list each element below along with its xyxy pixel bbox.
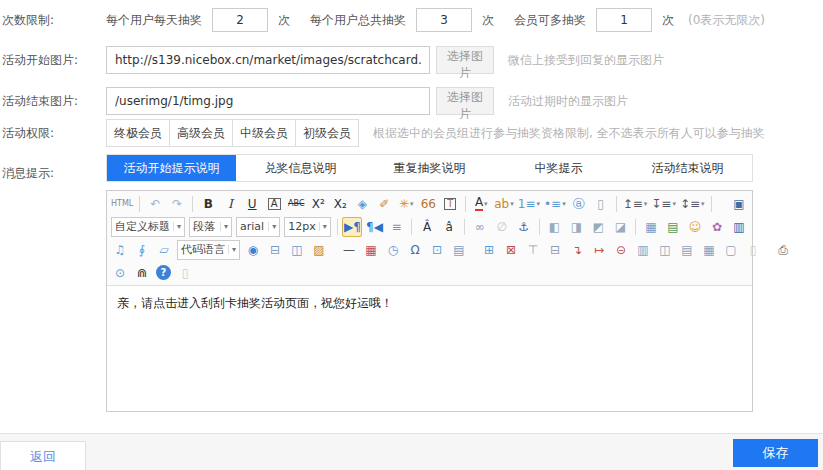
ordered-list-icon[interactable]: 1≡▾ bbox=[517, 194, 541, 214]
toolbar-separator bbox=[337, 219, 338, 235]
strikethrough-icon[interactable]: ABC bbox=[286, 194, 306, 214]
special-char-icon[interactable]: Ω bbox=[405, 240, 425, 260]
blockquote-icon[interactable]: 66 bbox=[418, 194, 438, 214]
editor-content[interactable]: 亲，请点击进入刮刮卡抽奖活动页面，祝您好运哦！ bbox=[107, 286, 752, 411]
eraser-icon[interactable]: ◈ bbox=[352, 194, 372, 214]
paragraph-spacing-bottom-icon[interactable]: ↧≡▾ bbox=[650, 194, 677, 214]
message-tab-1[interactable]: 活动开始提示说明 bbox=[107, 155, 236, 181]
image-right-icon[interactable]: ◪ bbox=[610, 217, 630, 237]
table-header-icon[interactable]: ⊤ bbox=[523, 240, 543, 260]
bold-icon[interactable]: B bbox=[198, 194, 218, 214]
image-left-icon[interactable]: ◨ bbox=[566, 217, 586, 237]
html-source-icon[interactable]: HTML bbox=[110, 194, 134, 214]
cell-props-icon[interactable]: ⊟ bbox=[545, 240, 565, 260]
code-language-select[interactable]: 代码语言▾ bbox=[177, 240, 240, 260]
scrawl-icon[interactable]: ✿ bbox=[707, 217, 727, 237]
message-tab-2[interactable]: 兑奖信息说明 bbox=[236, 155, 365, 181]
merge-right-icon[interactable]: ▤ bbox=[677, 240, 697, 260]
attachment-icon[interactable]: ∮ bbox=[132, 240, 152, 260]
heading-select[interactable]: 自定义标题▾ bbox=[111, 217, 185, 237]
member-option-1[interactable]: 终极会员 bbox=[106, 119, 170, 147]
time-icon[interactable]: ◷ bbox=[383, 240, 403, 260]
member-option-2[interactable]: 高级会员 bbox=[169, 119, 233, 147]
member-extra-input[interactable] bbox=[596, 8, 652, 32]
blank-doc-icon[interactable]: ▯ bbox=[591, 194, 611, 214]
save-button[interactable]: 保存 bbox=[733, 439, 818, 467]
merge-cells-icon[interactable]: ▥ bbox=[633, 240, 653, 260]
rtl-paragraph-icon[interactable]: ¶◀ bbox=[364, 217, 384, 237]
note-icon[interactable]: ▤ bbox=[449, 240, 469, 260]
end-image-pick-button[interactable]: 选择图片 bbox=[436, 87, 494, 115]
video-icon[interactable]: ▥ bbox=[729, 217, 749, 237]
autotypeset-icon[interactable]: ✳▾ bbox=[396, 194, 416, 214]
ltr-paragraph-icon[interactable]: ▶¶ bbox=[342, 217, 362, 237]
image-default-icon[interactable]: ◧ bbox=[544, 217, 564, 237]
line-height-icon[interactable]: ↕≡▾ bbox=[679, 194, 706, 214]
insert-row-icon[interactable]: ↴ bbox=[567, 240, 587, 260]
subscript-icon[interactable]: X₂ bbox=[330, 194, 350, 214]
insert-image-icon[interactable]: ▦ bbox=[641, 217, 661, 237]
date-icon[interactable]: ▦ bbox=[361, 240, 381, 260]
member-option-3[interactable]: 中级会员 bbox=[232, 119, 296, 147]
fullscreen-icon[interactable]: ▣ bbox=[729, 194, 749, 214]
member-option-4[interactable]: 初级会员 bbox=[295, 119, 359, 147]
underline-icon[interactable]: U bbox=[242, 194, 262, 214]
uppercase-icon[interactable]: Â bbox=[417, 217, 437, 237]
comment-icon[interactable]: ⊡ bbox=[427, 240, 447, 260]
pagebreak-icon[interactable]: ⊟ bbox=[265, 240, 285, 260]
superscript-icon[interactable]: X² bbox=[308, 194, 328, 214]
delete-row-icon[interactable]: ⊝ bbox=[611, 240, 631, 260]
redo-icon[interactable]: ↷ bbox=[167, 194, 187, 214]
per-day-input[interactable] bbox=[212, 8, 268, 32]
start-image-input[interactable] bbox=[106, 46, 430, 74]
anchor-icon[interactable]: ⓐ bbox=[569, 194, 589, 214]
font-color-icon[interactable]: A▾ bbox=[471, 194, 491, 214]
font-size-select[interactable]: 12px▾ bbox=[284, 217, 331, 237]
font-family-select[interactable]: arial▾ bbox=[236, 217, 280, 237]
image-center-icon[interactable]: ◩ bbox=[588, 217, 608, 237]
print-icon[interactable]: ⎙ bbox=[773, 240, 793, 260]
help-icon[interactable]: ? bbox=[156, 265, 171, 280]
baidu-app-icon[interactable]: ◉ bbox=[243, 240, 263, 260]
emoticon-icon[interactable]: ☺ bbox=[685, 217, 705, 237]
insert-file-icon[interactable]: ▱ bbox=[154, 240, 174, 260]
highlight-color-icon[interactable]: ab▾ bbox=[493, 194, 515, 214]
lowercase-icon[interactable]: â bbox=[439, 217, 459, 237]
iframe-icon[interactable]: ◫ bbox=[287, 240, 307, 260]
total-input[interactable] bbox=[416, 8, 472, 32]
snapshot-icon[interactable]: ▨ bbox=[309, 240, 329, 260]
message-tab-5[interactable]: 活动结束说明 bbox=[623, 155, 752, 181]
message-tab-3[interactable]: 重复抽奖说明 bbox=[365, 155, 494, 181]
toolbar-separator bbox=[464, 219, 465, 235]
italic-icon[interactable]: I bbox=[220, 194, 240, 214]
link-icon[interactable]: ∞ bbox=[470, 217, 490, 237]
split-cells-icon[interactable]: ◫ bbox=[655, 240, 675, 260]
insert-col-icon[interactable]: ↦ bbox=[589, 240, 609, 260]
font-border-icon[interactable]: A bbox=[264, 194, 284, 214]
upload-image-icon[interactable]: ▤ bbox=[663, 217, 683, 237]
search-icon[interactable]: ⊙ bbox=[110, 263, 130, 283]
merge-down-icon[interactable]: ▦ bbox=[699, 240, 719, 260]
back-button[interactable]: 返回 bbox=[0, 441, 86, 470]
message-row: 消息提示: 活动开始提示说明兑奖信息说明重复抽奖说明中奖提示活动结束说明 bbox=[0, 154, 823, 182]
unlink-icon[interactable]: ∅ bbox=[492, 217, 512, 237]
delete-table-icon[interactable]: ⊠ bbox=[501, 240, 521, 260]
format-brush-icon[interactable]: ✐ bbox=[374, 194, 394, 214]
message-tab-4[interactable]: 中奖提示 bbox=[494, 155, 623, 181]
paste-icon[interactable]: ▯ bbox=[175, 263, 195, 283]
unordered-list-icon[interactable]: •≡▾ bbox=[543, 194, 567, 214]
insert-table-icon[interactable]: ⊞ bbox=[479, 240, 499, 260]
paragraph-format-icon[interactable]: ≡ bbox=[386, 217, 406, 237]
anchor-ship-icon[interactable]: ⚓ bbox=[514, 217, 534, 237]
undo-icon[interactable]: ↶ bbox=[145, 194, 165, 214]
table-style-icon[interactable]: ▢ bbox=[721, 240, 741, 260]
music-icon[interactable]: ♫ bbox=[110, 240, 130, 260]
paste-plain-icon[interactable]: T bbox=[440, 194, 460, 214]
paragraph-select[interactable]: 段落▾ bbox=[189, 217, 232, 237]
start-image-pick-button[interactable]: 选择图片 bbox=[436, 46, 494, 74]
paragraph-spacing-top-icon[interactable]: ↥≡▾ bbox=[622, 194, 649, 214]
find-replace-icon[interactable]: ⋒ bbox=[132, 263, 152, 283]
horizontal-rule-icon[interactable]: — bbox=[339, 240, 359, 260]
blank-page-icon[interactable]: ▯ bbox=[743, 240, 763, 260]
end-image-input[interactable] bbox=[106, 87, 430, 115]
